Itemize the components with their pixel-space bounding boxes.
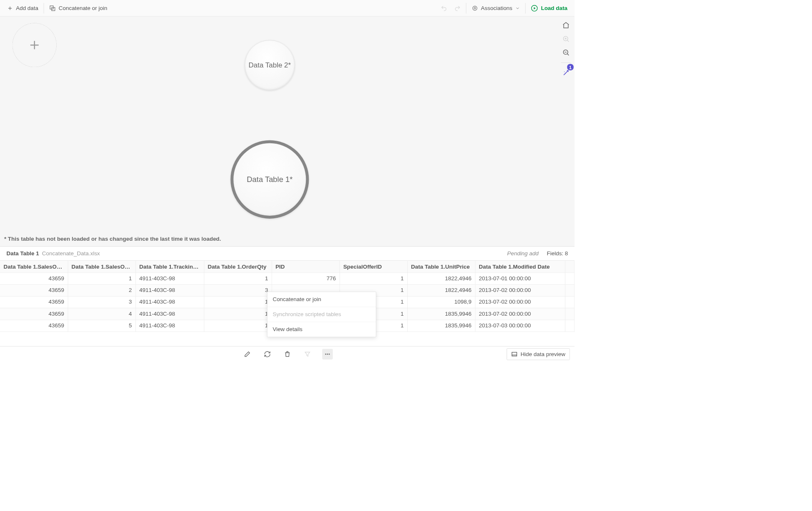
table-cell[interactable]: 1822,4946: [407, 284, 475, 296]
svg-point-17: [564, 72, 565, 72]
column-header[interactable]: Data Table 1.UnitPrice: [407, 261, 475, 272]
hide-data-preview-label: Hide data preview: [520, 351, 565, 357]
column-header[interactable]: Data Table 1.SalesOr…: [0, 261, 68, 272]
play-circle-icon: [531, 5, 538, 12]
concat-icon: [49, 5, 56, 12]
table-cell[interactable]: 2: [68, 284, 136, 296]
chevron-down-icon: [515, 6, 520, 10]
redo-button: [450, 3, 464, 13]
table-cell[interactable]: 43659: [0, 320, 68, 332]
associations-canvas[interactable]: Data Table 2* Data Table 1* * This table…: [0, 17, 575, 247]
filter-icon: [304, 351, 311, 358]
preview-title: Data Table 1: [7, 250, 39, 257]
refresh-icon: [264, 351, 271, 358]
column-header[interactable]: Data Table 1.SalesOr…: [68, 261, 136, 272]
column-header[interactable]: Data Table 1.Tracking…: [135, 261, 204, 272]
hide-data-preview-button[interactable]: Hide data preview: [507, 348, 570, 360]
table-cell[interactable]: 1: [204, 320, 272, 332]
zoom-out-button[interactable]: [561, 48, 571, 57]
table-cell[interactable]: 2013-07-03 00:00:00: [475, 320, 565, 332]
svg-line-11: [567, 40, 569, 42]
table-cell[interactable]: 3: [68, 296, 136, 308]
table-cell[interactable]: 1: [340, 272, 407, 284]
toolbar-divider: [466, 3, 466, 13]
bubble-label: Data Table 2*: [249, 61, 291, 69]
table-cell[interactable]: 43659: [0, 308, 68, 319]
fields-count: Fields: 8: [547, 250, 568, 257]
preview-file: Concatenate_Data.xlsx: [42, 250, 100, 257]
table-cell[interactable]: 1835,9946: [407, 320, 475, 332]
undo-icon: [440, 5, 447, 12]
more-button[interactable]: [322, 349, 332, 359]
table-cell[interactable]: 43659: [0, 284, 68, 296]
table-cell[interactable]: 1: [68, 272, 136, 284]
svg-rect-22: [512, 352, 517, 356]
table-cell[interactable]: 4: [68, 308, 136, 319]
recommendations-button[interactable]: 1: [561, 68, 571, 77]
redo-icon: [454, 5, 461, 12]
table-cell[interactable]: 4911-403C-98: [135, 296, 204, 308]
context-concatenate-join[interactable]: Concatenate or join: [267, 292, 376, 307]
table-cell[interactable]: 2013-07-02 00:00:00: [475, 296, 565, 308]
load-data-button[interactable]: Load data: [527, 3, 571, 13]
table-cell[interactable]: 2013-07-01 00:00:00: [475, 272, 565, 284]
column-header[interactable]: Data Table 1.Modified Date: [475, 261, 565, 272]
context-view-details[interactable]: View details: [267, 322, 376, 337]
add-data-bubble[interactable]: [12, 23, 57, 67]
table-cell[interactable]: 1: [204, 308, 272, 319]
column-header[interactable]: Data Table 1.OrderQty: [204, 261, 272, 272]
associations-button[interactable]: Associations: [468, 3, 523, 13]
add-data-button[interactable]: Add data: [3, 3, 42, 13]
svg-point-21: [329, 354, 330, 355]
table-bubble-data-table-2[interactable]: Data Table 2*: [245, 40, 295, 90]
concatenate-join-button[interactable]: Concatenate or join: [46, 3, 111, 13]
table-cell-filler: [565, 308, 574, 319]
table-cell[interactable]: 3: [204, 284, 272, 296]
canvas-right-rail: 1: [561, 21, 571, 78]
home-icon: [562, 22, 570, 29]
table-cell[interactable]: 776: [272, 272, 340, 284]
table-cell[interactable]: 1098,9: [407, 296, 475, 308]
table-cell[interactable]: 4911-403C-98: [135, 320, 204, 332]
svg-point-5: [472, 6, 477, 10]
top-toolbar: Add data Concatenate or join Association: [0, 0, 575, 17]
concatenate-join-label: Concatenate or join: [59, 5, 107, 12]
toolbar-divider: [525, 3, 526, 13]
column-header-filler: [565, 261, 574, 272]
column-header[interactable]: SpecialOfferID: [340, 261, 407, 272]
plus-icon: [7, 5, 13, 11]
table-cell[interactable]: 1: [204, 296, 272, 308]
toolbar-divider: [44, 3, 44, 13]
preview-bottom-bar: Hide data preview: [0, 346, 575, 361]
table-cell[interactable]: 2013-07-02 00:00:00: [475, 308, 565, 319]
table-cell[interactable]: 4911-403C-98: [135, 308, 204, 319]
svg-marker-7: [534, 7, 535, 10]
table-context-menu: Concatenate or join Synchronize scripted…: [267, 292, 376, 337]
pending-status: Pending add: [507, 250, 539, 257]
column-header[interactable]: PID: [272, 261, 340, 272]
trash-icon: [284, 351, 291, 358]
table-cell[interactable]: 5: [68, 320, 136, 332]
table-cell[interactable]: 1822,4946: [407, 272, 475, 284]
home-button[interactable]: [561, 21, 571, 30]
table-cell[interactable]: 1835,9946: [407, 308, 475, 319]
more-icon: [324, 351, 331, 358]
table-cell[interactable]: 4911-403C-98: [135, 284, 204, 296]
table-cell[interactable]: 43659: [0, 296, 68, 308]
table-cell[interactable]: 1: [204, 272, 272, 284]
table-cell[interactable]: 2013-07-02 00:00:00: [475, 284, 565, 296]
zoom-out-icon: [562, 49, 570, 56]
table-cell-filler: [565, 284, 574, 296]
table-row[interactable]: 4365914911-403C-98177611822,49462013-07-…: [0, 272, 575, 284]
svg-point-4: [474, 7, 476, 9]
svg-point-19: [325, 354, 326, 355]
table-cell[interactable]: 43659: [0, 272, 68, 284]
zoom-in-icon: [562, 35, 570, 42]
refresh-button[interactable]: [262, 349, 272, 359]
delete-button[interactable]: [282, 349, 292, 359]
edit-button[interactable]: [242, 349, 252, 359]
recommendations-badge: 1: [567, 64, 574, 71]
table-bubble-data-table-1[interactable]: Data Table 1*: [230, 140, 309, 219]
table-cell[interactable]: 4911-403C-98: [135, 272, 204, 284]
add-data-label: Add data: [16, 5, 38, 12]
